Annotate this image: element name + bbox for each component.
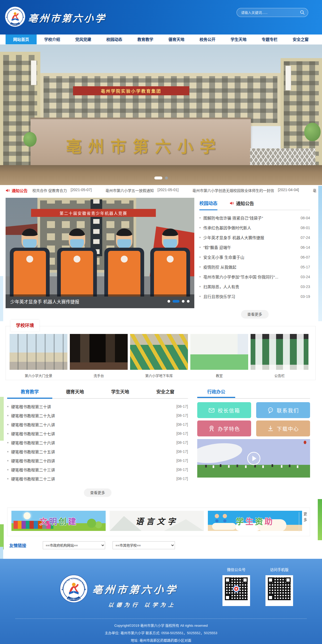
article-list-item: 硬笔楷书教程第二十二讲[08-17] — [7, 474, 188, 483]
nav-item-4[interactable]: 教育教学 — [130, 35, 161, 44]
banner-link-0[interactable]: 文明创建 — [11, 511, 106, 531]
hero-banner-slide[interactable]: 亳州学院实验小学教育集团 亳州市第六小学 — [0, 44, 322, 185]
environment-photo-1[interactable]: 洗手台 — [70, 334, 128, 378]
play-icon[interactable] — [247, 451, 261, 466]
carousel-dot-1[interactable] — [173, 300, 179, 303]
notice-link[interactable]: 亳州市第六小学五一放假通知 — [105, 188, 154, 193]
news-item-link[interactable]: 扫黑除恶，人人有责 — [203, 284, 297, 289]
bullet-dot — [7, 460, 8, 461]
search-input[interactable] — [241, 10, 299, 15]
admin-title-text: 行政办公 — [197, 388, 235, 398]
news-list-item: "粽"飘香 迎端午06-14 — [199, 242, 310, 252]
news-item-link[interactable]: 图解防电信诈骗 捂紧自己"钱袋子" — [203, 215, 297, 221]
environment-photo-image — [70, 334, 128, 370]
bullet-dot — [199, 256, 201, 258]
nav-item-7[interactable]: 学生天地 — [223, 35, 254, 44]
mobile-qr-block: 访问手机版 — [265, 567, 293, 606]
carousel-dot-2[interactable] — [182, 300, 184, 303]
qr-pattern — [225, 577, 248, 600]
admin-button-0[interactable]: 校长信箱 — [197, 402, 251, 418]
carousel-caption: 少年英才显身手 机器人大赛传捷报 — [10, 298, 79, 305]
notice-link[interactable]: 亳州市第六小学创造无烟校园致全体师生的一封信 — [192, 188, 274, 193]
article-list-item: 硬笔楷书教程第二十四讲[08-17] — [7, 456, 188, 465]
nav-item-6[interactable]: 校务公开 — [192, 35, 223, 44]
news-item-link[interactable]: 传承红色基因争做时代新人 — [203, 225, 297, 230]
environment-photo-2[interactable]: 第六小学地下车库 — [130, 334, 188, 378]
news-item-link[interactable]: 亳州市第六小学参加"节水中国 你我同行"... — [203, 274, 297, 280]
hero-slider-dot-1[interactable] — [165, 177, 168, 179]
banner-link-2[interactable]: 学生资助 — [208, 511, 302, 531]
news-item-link[interactable]: 少年英才显身手 机器人大赛传捷报 — [203, 235, 297, 240]
banner-sun — [24, 512, 31, 519]
article-link[interactable]: 硬笔楷书教程第二十七讲 — [11, 431, 173, 436]
article-link[interactable]: 硬笔楷书教程第二十三讲 — [11, 467, 173, 473]
news-list-item: 安全无小事 生命重于山06-07 — [199, 252, 310, 262]
search-button[interactable] — [299, 10, 305, 15]
notice-date: [2021-05-01] — [157, 188, 178, 193]
notice-item-2: 亳州市第六小学创造无烟校园致全体师生的一封信[2021-04-04] — [192, 188, 299, 193]
news-item-date: 08-01 — [300, 226, 310, 230]
notice-link[interactable]: 校共合作 促教育合力 — [32, 188, 67, 193]
carousel-dot-0[interactable] — [168, 300, 170, 303]
carousel-dot-3[interactable] — [187, 300, 190, 303]
news-item-link[interactable]: 安全无小事 生命重于山 — [203, 254, 297, 260]
news-list-item: 亳州市第六小学参加"节水中国 你我同行"...03-24 — [199, 272, 310, 282]
environment-photo-4[interactable]: 公告栏 — [251, 334, 308, 378]
section-tab-1[interactable]: 德育天地 — [52, 388, 97, 398]
nav-item-8[interactable]: 专题专栏 — [254, 35, 285, 44]
section-tab-0[interactable]: 教育教学 — [7, 388, 52, 399]
notice-link[interactable]: 亳州市 — [313, 188, 316, 193]
article-link[interactable]: 硬笔楷书教程第二十八讲 — [11, 422, 173, 427]
articles-more-button[interactable]: 查看更多 — [84, 488, 111, 497]
contact-line: 主办单位: 亳州市第六小学 联系方式: 0558-5025551，5025552… — [0, 629, 322, 637]
environment-photo-3[interactable]: 教室 — [190, 334, 248, 378]
news-more-button[interactable]: 查看更多 — [241, 310, 269, 319]
news-item-link[interactable]: "粽"飘香 迎端午 — [203, 244, 297, 250]
wechat-qr-block: 微信公众号 — [222, 567, 250, 606]
admin-button-2[interactable]: 办学特色 — [197, 420, 251, 436]
article-link[interactable]: 硬笔楷书教程第二十九讲 — [11, 413, 173, 418]
article-link[interactable]: 硬笔楷书教程第二十五讲 — [11, 449, 173, 454]
face-mask — [23, 239, 37, 248]
news-tab-0[interactable]: 校园动态 — [199, 199, 217, 210]
school-video-thumbnail[interactable] — [197, 439, 310, 478]
copyright-line: Copyright©2019 亳州市第六小学 版权所有 All rights r… — [0, 622, 322, 629]
background-decoration — [0, 547, 3, 559]
nav-item-0[interactable]: 网站首页 — [6, 35, 37, 44]
nav-item-9[interactable]: 安全之窗 — [285, 35, 316, 44]
building-plaque — [285, 66, 291, 91]
bullet-dot — [7, 469, 8, 470]
carousel-dots — [168, 300, 190, 303]
news-item-link[interactable]: 且行且思快乐学习 — [203, 294, 297, 299]
article-link[interactable]: 硬笔楷书教程第二十六讲 — [11, 440, 173, 445]
article-list-item: 硬笔楷书教程第二十八讲[08-17] — [7, 420, 188, 429]
links-select-0[interactable]: ==市政府机构网站== — [43, 541, 105, 549]
admin-button-1[interactable]: 联系我们 — [256, 402, 310, 418]
section-tab-3[interactable]: 安全之窗 — [143, 388, 188, 398]
admin-button-3[interactable]: 下载中心 — [256, 420, 310, 436]
links-select-1[interactable]: ==市其他学校== — [113, 541, 175, 549]
section-tab-2[interactable]: 学生天地 — [98, 388, 143, 398]
nav-item-1[interactable]: 学校介绍 — [37, 35, 68, 44]
news-carousel[interactable]: 第二十届安徽省青少年机器人竞赛 少年英才显身手 机器人大赛传捷报 — [6, 198, 194, 308]
page: Bozhou No. 6 Primary School ★ ★ 亳州市第六小学 … — [0, 0, 322, 644]
article-link[interactable]: 硬笔楷书教程第二十二讲 — [11, 476, 173, 482]
bullet-dot — [199, 227, 201, 228]
speaker-icon — [230, 201, 234, 205]
nav-item-2[interactable]: 党风党建 — [68, 35, 99, 44]
background-decoration — [0, 524, 4, 549]
bullet-dot — [7, 415, 8, 416]
article-link[interactable]: 硬笔楷书教程第二十四讲 — [11, 458, 173, 463]
nav-item-3[interactable]: 校园动态 — [99, 35, 130, 44]
article-link[interactable]: 硬笔楷书教程第三十讲 — [11, 404, 173, 409]
environment-photo-caption: 公告栏 — [251, 373, 308, 378]
nav-item-5[interactable]: 德育天地 — [161, 35, 192, 44]
environment-photo-0[interactable]: 第六小学大门全景 — [10, 334, 67, 378]
hero-slider-dot-0[interactable] — [154, 177, 162, 179]
news-tab-1[interactable]: 通知公告 — [230, 199, 254, 210]
banner-link-1[interactable]: 语言文字 — [110, 511, 204, 531]
logo-star: ★ — [84, 588, 86, 591]
banner-more-link[interactable]: 更多 — [299, 512, 308, 532]
news-item-link[interactable]: 疫情防控 从我做起 — [203, 264, 297, 270]
admin-button-label: 校长信箱 — [218, 407, 240, 414]
